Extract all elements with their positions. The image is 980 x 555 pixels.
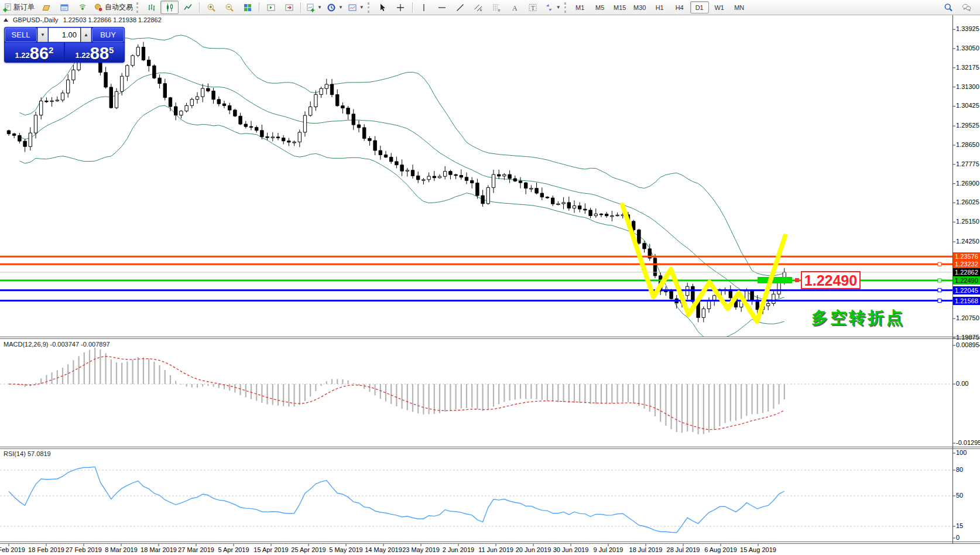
tile-windows-button[interactable] [238,1,256,14]
macd-indicator-label: MACD(12,26,9) -0.003747 -0.007897 [4,341,110,348]
tile-windows-icon [243,3,252,12]
price-level-label[interactable]: 1.23576 [953,252,980,261]
volume-up-button[interactable]: ▲ [81,28,91,42]
buy-price[interactable]: 1.22 88 5 [65,43,124,62]
bar-chart-button[interactable] [142,1,160,14]
volume-down-button[interactable]: ▼ [37,28,48,42]
chart-collapse-icon[interactable] [4,18,8,22]
svg-text:E: E [480,8,482,12]
signals-icon [78,3,87,12]
svg-text:A: A [512,4,518,12]
buy-button[interactable]: BUY [92,28,124,42]
rsi-tick-label: 15 [956,522,963,529]
timeframe-h4-button[interactable]: H4 [670,1,689,13]
rsi-tick-label: 0 [956,534,960,541]
volume-input[interactable]: 1.00 [49,28,80,42]
candlestick-chart-icon [165,3,174,12]
auto-trading-label: 自动交易 [105,2,133,12]
toolbar-grip[interactable] [564,2,568,13]
timeframe-d1-button[interactable]: D1 [690,1,709,13]
date-label: 5 May 2019 [329,546,362,553]
text-label-button[interactable]: T [524,1,542,14]
chart-shift-icon [285,3,294,12]
price-tick-label: 1.27775 [956,160,979,167]
buy-price-big: 88 [90,46,109,61]
price-callout-label[interactable]: 1.22490 [801,271,861,289]
profiles-button[interactable] [37,1,55,14]
crosshair-icon [396,3,405,12]
chat-button[interactable] [957,1,975,14]
candlestick-chart-button[interactable] [160,1,179,14]
channel-icon: E [474,3,483,12]
search-button[interactable] [939,1,957,14]
sell-price[interactable]: 1.22 86 2 [5,43,64,62]
new-order-button[interactable]: 新订单 [0,1,37,14]
timeframe-m30-button[interactable]: M30 [631,1,649,13]
timeframe-m1-button[interactable]: M1 [571,1,590,13]
templates-button[interactable]: ▼ [345,1,366,14]
zoom-out-button[interactable] [220,1,238,14]
bar-chart-icon [147,3,156,12]
indicators-button[interactable]: ▼ [303,1,324,14]
equidistant-channel-button[interactable]: E [470,1,488,14]
new-order-label: 新订单 [13,2,35,12]
chart-title: GBPUSD-,Daily 1.22503 1.22866 1.21938 1.… [4,16,162,23]
rsi-indicator-label: RSI(14) 57.0819 [4,450,51,457]
price-level-label[interactable]: 1.23232 [953,260,980,268]
callout-handle[interactable] [795,278,799,282]
timeframe-mn-button[interactable]: MN [730,1,749,13]
arrows-button[interactable]: ▼ [542,1,563,14]
search-icon [944,3,953,12]
turning-point-note[interactable]: 多空转折点 [811,307,905,329]
price-level-label[interactable]: 1.22862 [953,268,980,276]
date-label: 27 Feb 2019 [66,546,102,553]
terminal-button[interactable] [55,1,73,14]
cursor-button[interactable] [374,1,392,14]
cursor-icon [378,3,387,12]
profiles-icon [42,3,51,12]
trendline-button[interactable] [451,1,470,14]
svg-text:T: T [531,4,535,11]
price-tick-label: 1.33925 [956,25,979,32]
toolbar-grip[interactable] [368,2,371,13]
price-level-label[interactable]: 1.22045 [953,286,980,294]
price-tick-label: 1.31300 [956,83,979,90]
toolbar-grip[interactable] [136,2,140,13]
vertical-line-button[interactable] [415,1,433,14]
price-level-label[interactable]: 1.22490 [953,276,980,285]
price-tick-label: 1.26025 [956,198,979,205]
auto-scroll-button[interactable] [262,1,280,14]
timeframe-w1-button[interactable]: W1 [710,1,729,13]
timeframe-m5-button[interactable]: M5 [591,1,609,13]
signals-button[interactable] [73,1,91,14]
rsi-value: 57.0819 [28,450,51,457]
zoom-in-icon [207,3,216,12]
buy-price-prefix: 1.22 [76,51,90,60]
horizontal-line-button[interactable] [433,1,451,14]
chart-shift-button[interactable] [280,1,298,14]
line-chart-button[interactable] [179,1,197,14]
text-button[interactable]: A [506,1,524,14]
crosshair-button[interactable] [392,1,410,14]
one-click-trading-panel: SELL ▼ 1.00 ▲ BUY 1.22 86 2 1.22 88 5 [4,27,125,63]
price-tick-label: 1.25150 [956,218,979,225]
price-tick-label: 1.19875 [956,334,979,341]
arrows-icon [544,3,554,12]
date-label: 20 Jun 2019 [516,546,551,553]
timeframe-h1-button[interactable]: H1 [650,1,669,13]
date-label: 9 Jul 2019 [594,546,623,553]
mt4-window: 新订单 自动交易 [0,0,980,555]
date-label: 23 May 2019 [402,546,440,553]
timeframe-m15-button[interactable]: M15 [611,1,629,13]
zoom-in-button[interactable] [202,1,220,14]
date-label: 11 Jun 2019 [478,546,513,553]
fibonacci-button[interactable]: F [488,1,506,14]
indicators-icon [306,3,315,12]
chat-icon [962,3,971,12]
periods-button[interactable]: ▼ [324,1,345,14]
price-tick-label: 1.20750 [956,314,979,321]
sell-button[interactable]: SELL [5,28,37,42]
auto-trading-button[interactable]: 自动交易 [91,1,135,14]
date-label: 8 Feb 2019 [0,546,25,553]
price-level-label[interactable]: 1.21568 [953,297,980,305]
